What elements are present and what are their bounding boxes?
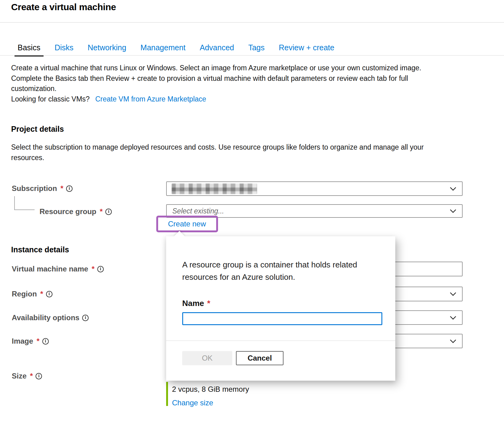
ok-button[interactable]: OK — [182, 351, 232, 365]
resource-group-name-input[interactable] — [182, 312, 382, 325]
subscription-resource-connector — [14, 196, 35, 210]
info-icon[interactable]: i — [97, 266, 104, 272]
region-label: Region*i — [12, 290, 52, 298]
change-size-link[interactable]: Change size — [172, 399, 213, 407]
chevron-down-icon — [450, 339, 456, 343]
tab-disks[interactable]: Disks — [52, 41, 77, 56]
intro-text: Create a virtual machine that runs Linux… — [11, 63, 443, 104]
availability-label-text: Availability options — [12, 313, 79, 322]
vm-name-label-text: Virtual machine name — [12, 265, 88, 273]
required-asterisk: * — [36, 337, 39, 345]
project-details-heading: Project details — [11, 125, 64, 134]
instance-details-heading: Instance details — [11, 245, 69, 254]
tab-bar: Basics Disks Networking Management Advan… — [15, 41, 338, 56]
create-new-link[interactable]: Create new — [168, 220, 206, 228]
tab-management[interactable]: Management — [137, 41, 189, 56]
size-label-text: Size — [12, 372, 27, 380]
tab-networking[interactable]: Networking — [85, 41, 129, 56]
resource-group-label: Resource group*i — [40, 207, 112, 216]
create-resource-group-popup: A resource group is a container that hol… — [166, 236, 395, 381]
required-asterisk: * — [60, 184, 63, 193]
image-label: Image*i — [12, 337, 49, 345]
subscription-label-text: Subscription — [12, 184, 57, 193]
chevron-down-icon — [450, 292, 456, 296]
required-asterisk: * — [99, 207, 103, 216]
resource-group-label-text: Resource group — [40, 207, 96, 216]
intro-line-2: Complete the Basics tab then Review + cr… — [11, 73, 443, 94]
popup-description: A resource group is a container that hol… — [182, 259, 374, 283]
size-selection-bar — [166, 382, 168, 406]
header-divider — [0, 22, 504, 23]
subscription-value-redacted — [172, 184, 257, 194]
required-asterisk: * — [29, 372, 33, 380]
required-asterisk: * — [91, 265, 94, 273]
chevron-down-icon — [450, 187, 456, 191]
subscription-label: Subscription*i — [12, 184, 73, 193]
image-label-text: Image — [12, 337, 33, 345]
popup-body: A resource group is a container that hol… — [166, 236, 395, 381]
tab-advanced[interactable]: Advanced — [197, 41, 237, 56]
info-icon[interactable]: i — [105, 209, 112, 215]
chevron-down-icon — [450, 316, 456, 320]
project-details-description: Select the subscription to manage deploy… — [11, 142, 443, 163]
info-icon[interactable]: i — [46, 291, 52, 297]
region-label-text: Region — [12, 290, 37, 298]
info-icon[interactable]: i — [82, 315, 89, 321]
tab-review-create[interactable]: Review + create — [276, 41, 338, 56]
cancel-button[interactable]: Cancel — [236, 351, 284, 365]
tab-tags[interactable]: Tags — [245, 41, 268, 56]
highlight-box: Create new — [156, 216, 218, 232]
info-icon[interactable]: i — [42, 338, 49, 345]
popup-divider — [166, 341, 395, 341]
tab-basics[interactable]: Basics — [15, 41, 44, 56]
size-label: Size*i — [12, 372, 42, 380]
create-vm-page: Create a virtual machine Basics Disks Ne… — [0, 0, 504, 422]
resource-group-placeholder: Select existing... — [167, 207, 224, 215]
vm-name-label: Virtual machine name*i — [12, 265, 104, 273]
availability-options-label: Availability optionsi — [12, 313, 89, 322]
intro-line-1: Create a virtual machine that runs Linux… — [11, 63, 443, 73]
required-asterisk: * — [40, 290, 43, 298]
size-specs-text: 2 vcpus, 8 GiB memory — [172, 385, 249, 394]
page-title: Create a virtual machine — [11, 2, 116, 12]
subscription-select[interactable] — [166, 181, 463, 196]
classic-vms-question: Looking for classic VMs? — [11, 95, 90, 103]
create-vm-marketplace-link[interactable]: Create VM from Azure Marketplace — [95, 95, 206, 103]
tabs-underline — [0, 55, 504, 56]
chevron-down-icon — [450, 209, 456, 213]
info-icon[interactable]: i — [66, 185, 73, 192]
required-asterisk: * — [207, 299, 210, 308]
info-icon[interactable]: i — [36, 373, 42, 379]
popup-name-label: Name* — [182, 299, 210, 308]
popup-name-label-text: Name — [182, 299, 204, 308]
